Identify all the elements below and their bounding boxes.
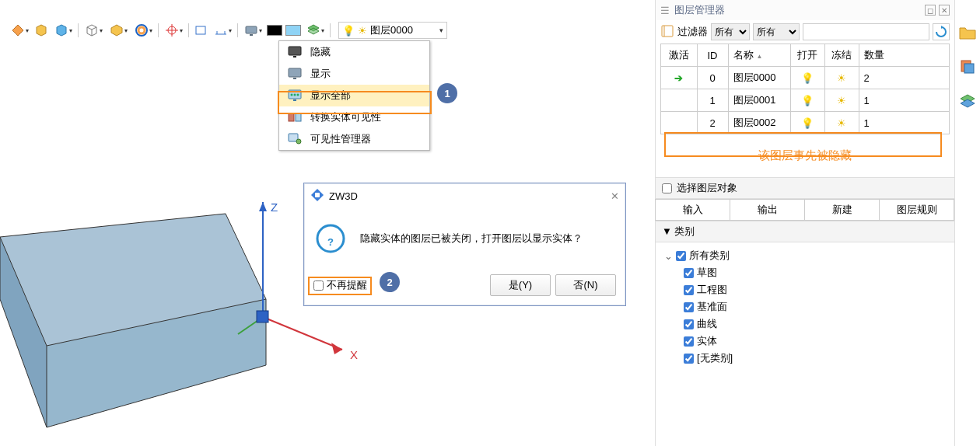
svg-point-27 <box>291 94 293 96</box>
tool-hex-yellow[interactable]: ▾ <box>107 22 130 39</box>
tree-item[interactable]: 草图 <box>663 264 947 281</box>
svg-marker-2 <box>57 25 66 36</box>
menu-vis-manager[interactable]: 可见性管理器 <box>279 128 429 150</box>
col-name[interactable]: 名称▲ <box>728 44 790 67</box>
tool-rect[interactable] <box>192 22 209 39</box>
monitor-icon <box>287 67 303 81</box>
new-button[interactable]: 新建 <box>804 199 880 221</box>
collapse-icon[interactable]: ⌄ <box>663 250 673 262</box>
bulb-off-icon[interactable]: 💡 <box>801 117 814 129</box>
hidden-layer-note: 该图层事先被隐藏 <box>656 148 954 163</box>
categories-header[interactable]: ▼ 类别 <box>656 221 954 242</box>
export-button[interactable]: 输出 <box>730 199 805 221</box>
svg-rect-51 <box>964 64 974 73</box>
axis-z-label: Z <box>271 200 278 214</box>
table-row[interactable]: 2 图层0002 💡 ☀ 1 <box>661 112 950 134</box>
tool-display[interactable]: ▾ <box>241 22 264 39</box>
tool-target[interactable]: ▾ <box>162 22 185 39</box>
tree-item[interactable]: 基准面 <box>663 298 947 315</box>
tool-measure[interactable]: ▾ <box>211 22 234 39</box>
svg-rect-21 <box>289 47 301 55</box>
no-button[interactable]: 否(N) <box>555 274 616 296</box>
callout-1: 1 <box>437 83 457 103</box>
layer-manager-panel: ☰ 图层管理器 ◻ ✕ 过滤器 所有 所有 激活 ID 名称▲ 打开 冻结 <box>655 0 980 446</box>
tree-root[interactable]: ⌄ 所有类别 <box>663 247 947 264</box>
svg-rect-42 <box>257 311 268 322</box>
category-tree[interactable]: ⌄ 所有类别 草图 工程图 基准面 曲线 实体 [无类别] <box>656 242 954 371</box>
svg-rect-17 <box>246 26 257 33</box>
menu-hide[interactable]: 隐藏 <box>279 41 429 63</box>
swatch-black[interactable] <box>266 22 283 39</box>
layer-grid[interactable]: 激活 ID 名称▲ 打开 冻结 数量 ➔ 0 图层0000 💡 ☀ 2 <box>660 44 950 134</box>
menu-label: 隐藏 <box>310 45 331 59</box>
panel-title-bar[interactable]: ☰ 图层管理器 ◻ ✕ <box>656 0 954 20</box>
col-id[interactable]: ID <box>697 44 728 67</box>
swatch-blue[interactable] <box>285 22 302 39</box>
layers-icon[interactable] <box>958 92 977 110</box>
table-row[interactable]: 1 图层0001 💡 ☀ 1 <box>661 89 950 112</box>
filter-label: 过滤器 <box>677 25 708 39</box>
restore-button[interactable]: ◻ <box>925 5 936 16</box>
tool-orange-diamond[interactable]: ▾ <box>8 22 31 39</box>
sun-icon[interactable]: ☀ <box>837 72 846 84</box>
panel-side-tabs <box>955 0 980 446</box>
refresh-button[interactable] <box>933 23 950 40</box>
manager-icon <box>287 132 303 146</box>
tool-cube-yellow[interactable] <box>33 22 50 39</box>
close-button[interactable]: ✕ <box>611 190 619 202</box>
sun-icon[interactable]: ☀ <box>837 117 846 129</box>
bulb-on-icon[interactable]: 💡 <box>801 72 814 84</box>
tree-item[interactable]: 曲线 <box>663 315 947 333</box>
dont-remind-label: 不再提醒 <box>327 278 367 292</box>
select-obj-row[interactable]: 选择图层对象 <box>656 177 954 199</box>
files-icon[interactable] <box>958 57 977 76</box>
filter-input[interactable] <box>803 23 929 40</box>
panel-buttons: 输入 输出 新建 图层规则 <box>656 199 954 221</box>
tool-circle-orange[interactable]: ▾ <box>131 22 155 39</box>
tree-label: 所有类别 <box>689 249 730 263</box>
tree-item[interactable]: 实体 <box>663 333 947 350</box>
confirm-dialog: ZW3D ✕ ? 隐藏实体的图层已被关闭，打开图层以显示实体？ 不再提醒 是(Y… <box>303 183 626 306</box>
col-freeze[interactable]: 冻结 <box>824 44 859 67</box>
bulb-on-icon[interactable]: 💡 <box>801 95 814 106</box>
import-button[interactable]: 输入 <box>655 199 730 221</box>
tool-layers-stack[interactable]: ▾ <box>303 22 327 39</box>
menu-toggle-vis[interactable]: 转换实体可见性 <box>279 106 429 128</box>
menu-show[interactable]: 显示 <box>279 63 429 85</box>
viewport[interactable]: Z X <box>0 194 350 443</box>
col-open[interactable]: 打开 <box>790 44 824 67</box>
layer-current: 图层0000 <box>370 23 413 37</box>
svg-rect-30 <box>289 113 294 121</box>
filter-select-1[interactable]: 所有 <box>711 23 750 40</box>
tool-cube-blue[interactable]: ▾ <box>51 22 75 39</box>
svg-marker-1 <box>37 25 46 36</box>
drag-handle-icon: ☰ <box>660 5 670 16</box>
menu-label: 可见性管理器 <box>310 132 371 146</box>
tool-wire-cube[interactable]: ▾ <box>82 22 105 39</box>
filter-icon[interactable] <box>660 24 674 40</box>
svg-point-29 <box>297 94 299 96</box>
close-button[interactable]: ✕ <box>939 5 950 16</box>
col-active[interactable]: 激活 <box>661 44 697 67</box>
dialog-title-bar[interactable]: ZW3D ✕ <box>304 183 625 209</box>
separator <box>237 23 238 37</box>
folder-icon[interactable] <box>958 23 977 42</box>
tree-item[interactable]: 工程图 <box>663 281 947 298</box>
svg-point-33 <box>296 139 301 144</box>
table-row[interactable]: ➔ 0 图层0000 💡 ☀ 2 <box>661 67 950 89</box>
yes-button[interactable]: 是(Y) <box>490 274 551 296</box>
layer-combo[interactable]: 💡 ☀ 图层0000 ▾ <box>338 22 447 39</box>
separator <box>158 23 159 37</box>
tree-item[interactable]: [无类别] <box>663 350 947 367</box>
select-obj-checkbox[interactable] <box>662 183 672 193</box>
col-count[interactable]: 数量 <box>859 44 950 67</box>
dont-remind-checkbox[interactable]: 不再提醒 <box>313 278 367 292</box>
sun-icon: ☀ <box>358 25 367 37</box>
rules-button[interactable]: 图层规则 <box>879 199 954 221</box>
svg-rect-18 <box>250 34 253 36</box>
menu-show-all[interactable]: 显示全部 <box>279 85 429 106</box>
svg-marker-7 <box>111 25 122 36</box>
sun-icon[interactable]: ☀ <box>837 95 846 106</box>
filter-select-2[interactable]: 所有 <box>753 23 800 40</box>
question-icon: ? <box>315 223 346 254</box>
